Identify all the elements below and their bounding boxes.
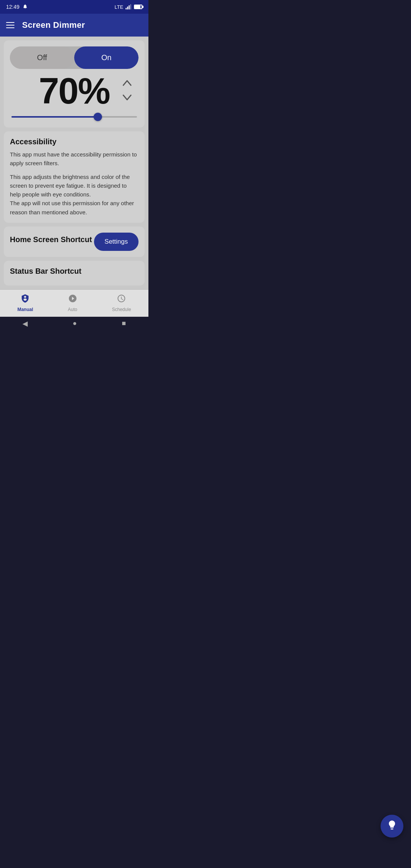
home-shortcut-title: Home Screen Shortcut — [10, 235, 92, 244]
on-button[interactable]: On — [74, 46, 139, 69]
svg-rect-0 — [126, 8, 127, 10]
nav-auto[interactable]: Auto — [60, 292, 85, 314]
brightness-slider[interactable] — [11, 116, 137, 118]
brightness-section: 70% — [10, 69, 139, 121]
app-bar: Screen Dimmer — [0, 14, 148, 37]
home-shortcut-row: Home Screen Shortcut Settings — [10, 233, 139, 251]
svg-rect-1 — [127, 6, 128, 9]
home-button[interactable]: ● — [67, 318, 83, 329]
main-content: Off On 70% — [0, 37, 148, 289]
app-title: Screen Dimmer — [22, 20, 85, 30]
chevron-up-button[interactable] — [120, 78, 134, 90]
back-button[interactable]: ◀ — [16, 318, 34, 329]
bottom-nav: Manual Auto Schedule — [0, 289, 148, 317]
battery-icon — [134, 5, 142, 9]
status-shortcut-row: Status Bar Shortcut — [10, 267, 139, 279]
schedule-label: Schedule — [112, 307, 131, 312]
home-shortcut-card: Home Screen Shortcut Settings — [4, 227, 145, 257]
accessibility-para1: This app must have the accessibility per… — [10, 150, 139, 168]
svg-rect-2 — [129, 5, 130, 10]
signal-icon — [126, 4, 132, 10]
nav-schedule[interactable]: Schedule — [104, 292, 139, 314]
auto-label: Auto — [68, 307, 77, 312]
recents-button[interactable]: ■ — [116, 318, 132, 329]
brightness-value: 70% — [39, 73, 110, 109]
onoff-toggle[interactable]: Off On — [10, 46, 139, 69]
system-nav: ◀ ● ■ — [0, 317, 148, 330]
schedule-icon — [117, 294, 126, 305]
auto-icon — [68, 294, 77, 305]
menu-button[interactable] — [6, 22, 14, 28]
nav-manual[interactable]: Manual — [10, 292, 41, 314]
status-shortcut-title: Status Bar Shortcut — [10, 267, 81, 276]
status-right: LTE — [115, 4, 142, 10]
manual-icon — [21, 294, 30, 305]
time: 12:49 — [6, 4, 19, 10]
accessibility-text: This app must have the accessibility per… — [10, 150, 139, 217]
home-settings-button[interactable]: Settings — [94, 233, 139, 251]
svg-rect-3 — [130, 4, 131, 9]
accessibility-card: Accessibility This app must have the acc… — [4, 131, 145, 223]
accessibility-title: Accessibility — [10, 137, 139, 146]
chevrons — [120, 78, 134, 104]
lte-label: LTE — [115, 4, 123, 10]
off-button[interactable]: Off — [10, 46, 74, 69]
status-bar: 12:49 LTE — [0, 0, 148, 14]
status-shortcut-card: Status Bar Shortcut — [4, 261, 145, 286]
notification-icon — [22, 4, 28, 10]
accessibility-para2: This app adjusts the brightness and colo… — [10, 172, 139, 217]
chevron-down-button[interactable] — [120, 92, 134, 104]
brightness-card: Off On 70% — [4, 40, 145, 128]
manual-label: Manual — [18, 307, 33, 312]
